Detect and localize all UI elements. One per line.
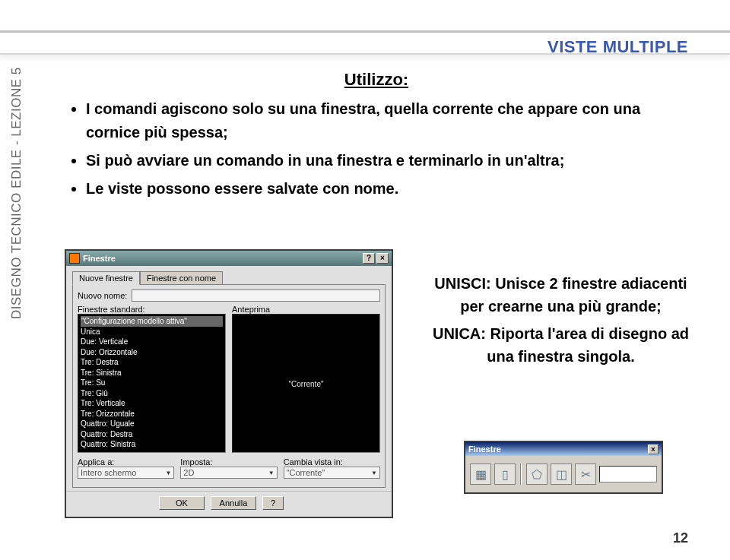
set-select[interactable]: 2D▼	[180, 467, 277, 479]
page-number: 12	[673, 530, 688, 546]
dialog-tabs: Nuove finestre Finestre con nome	[72, 271, 386, 284]
list-item: Le viste possono essere salvate con nome…	[86, 177, 688, 201]
apply-to-value: Intero schermo	[81, 468, 136, 477]
list-item[interactable]: Due: Orizzontale	[81, 347, 223, 358]
header-bar: VISTE MULTIPLE	[0, 30, 730, 55]
vertical-course-label: DISEGNO TECNICO EDILE - LEZIONE 5	[9, 67, 24, 319]
ok-button[interactable]: OK	[159, 496, 205, 510]
list-item[interactable]: Tre: Su	[81, 378, 223, 388]
chevron-down-icon: ▼	[165, 470, 171, 476]
viewport-layout-icon[interactable]: ▦	[470, 464, 491, 485]
list-item[interactable]: Tre: Orizzontale	[81, 409, 223, 419]
polygonal-viewport-icon[interactable]: ⬠	[526, 464, 548, 485]
single-viewport-icon[interactable]: ▯	[494, 464, 516, 485]
cancel-button[interactable]: Annulla	[211, 496, 256, 510]
list-item[interactable]: Quattro: Uguale	[81, 419, 223, 429]
clip-viewport-icon[interactable]: ✂	[575, 464, 596, 485]
set-label: Imposta:	[180, 457, 277, 467]
finestre-dialog: Finestre ? × Nuove finestre Finestre con…	[65, 249, 393, 518]
dialog-close-button[interactable]: ×	[376, 253, 389, 264]
list-item[interactable]: Due: Verticale	[81, 337, 223, 347]
unisci-note: UNISCI: Unisce 2 finestre adiacenti per …	[426, 272, 696, 318]
usage-heading: Utilizzo:	[65, 70, 688, 90]
apply-to-label: Applica a:	[78, 457, 174, 467]
help-button[interactable]: ?	[262, 496, 284, 510]
list-item[interactable]: "Configurazione modello attiva"	[81, 316, 223, 327]
list-item[interactable]: Tre: Verticale	[81, 398, 223, 409]
change-view-label: Cambia vista in:	[284, 457, 380, 467]
tab-named-windows[interactable]: Finestre con nome	[140, 271, 223, 285]
dialog-footer: OK Annulla ?	[66, 491, 392, 514]
convert-viewport-icon[interactable]: ◫	[551, 464, 572, 485]
chevron-down-icon: ▼	[371, 470, 377, 476]
dialog-title: Finestre	[83, 254, 361, 263]
dialog-panel: Nuovo nome: Finestre standard: "Configur…	[72, 284, 386, 488]
change-view-select[interactable]: "Corrente"▼	[284, 467, 380, 479]
dialog-help-button[interactable]: ?	[363, 253, 375, 264]
list-item[interactable]: Unica	[81, 327, 223, 337]
section-title: VISTE MULTIPLE	[548, 37, 688, 57]
list-item: I comandi agiscono solo su una finestra,…	[86, 97, 688, 144]
apply-to-select[interactable]: Intero schermo▼	[78, 467, 174, 479]
toolbar-separator	[520, 464, 522, 485]
content-area: Utilizzo: I comandi agiscono solo su una…	[65, 70, 688, 205]
tab-new-windows[interactable]: Nuove finestre	[72, 271, 140, 285]
list-item: Si può avviare un comando in una finestr…	[86, 149, 688, 172]
new-name-label: Nuovo nome:	[78, 291, 127, 300]
preview-pane: "Corrente"	[232, 314, 380, 453]
toolbar-titlebar: Finestre ×	[465, 442, 662, 456]
list-item[interactable]: Quattro: Destra	[81, 429, 223, 440]
viewport-scale-input[interactable]	[599, 466, 657, 482]
list-item[interactable]: Tre: Giù	[81, 388, 223, 399]
chevron-down-icon: ▼	[268, 470, 275, 476]
preview-label: Anteprima	[232, 305, 380, 314]
set-value: 2D	[183, 468, 194, 477]
dialog-app-icon	[69, 253, 80, 264]
unica-note: UNICA: Riporta l'area di disegno ad una …	[426, 322, 696, 368]
toolbar-title: Finestre	[468, 445, 648, 454]
usage-list: I comandi agiscono solo su una finestra,…	[65, 97, 688, 201]
list-item[interactable]: Quattro: Sinistra	[81, 439, 223, 450]
side-notes: UNISCI: Unisce 2 finestre adiacenti per …	[426, 272, 696, 372]
new-name-input[interactable]	[132, 289, 380, 302]
list-item[interactable]: Tre: Destra	[81, 357, 223, 368]
finestre-toolbar: Finestre × ▦ ▯ ⬠ ◫ ✂	[464, 441, 663, 494]
toolbar-close-button[interactable]: ×	[648, 445, 659, 454]
list-item[interactable]: Tre: Sinistra	[81, 368, 223, 378]
dialog-titlebar: Finestre ? ×	[66, 251, 392, 266]
change-view-value: "Corrente"	[287, 468, 325, 477]
std-windows-list[interactable]: "Configurazione modello attiva" Unica Du…	[78, 314, 226, 453]
std-windows-label: Finestre standard:	[78, 305, 226, 314]
preview-text: "Corrente"	[288, 379, 323, 388]
